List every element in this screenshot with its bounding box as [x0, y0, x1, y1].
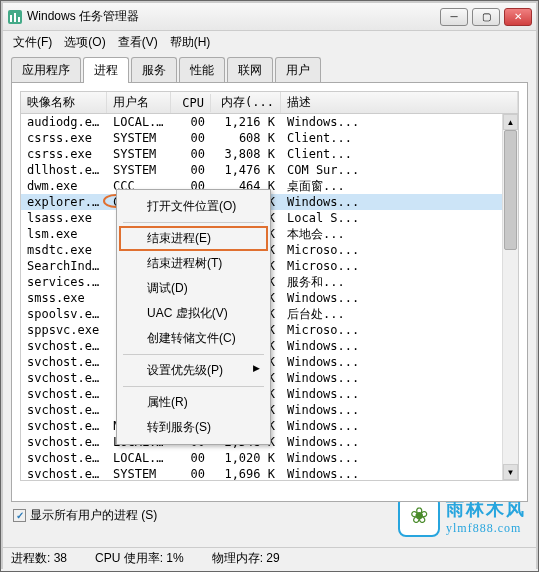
cell-image: svchost.exe [21, 355, 107, 369]
menu-options[interactable]: 选项(O) [58, 32, 111, 53]
cell-user: SYSTEM [107, 163, 171, 177]
cell-user: LOCAL... [107, 115, 171, 129]
cell-desc: Windows... [281, 339, 518, 353]
col-cpu[interactable]: CPU [171, 94, 211, 112]
tab-processes[interactable]: 进程 [83, 57, 129, 83]
cell-mem: 1,216 K [211, 115, 281, 129]
tab-applications[interactable]: 应用程序 [11, 57, 81, 83]
cell-user: SYSTEM [107, 147, 171, 161]
maximize-button[interactable]: ▢ [472, 8, 500, 26]
cm-end-tree[interactable]: 结束进程树(T) [119, 251, 268, 276]
window-title: Windows 任务管理器 [27, 8, 440, 25]
cell-mem: 3,808 K [211, 147, 281, 161]
scrollbar[interactable]: ▲ ▼ [502, 114, 518, 480]
cell-desc: Windows... [281, 419, 518, 433]
cell-desc: Windows... [281, 355, 518, 369]
tab-users[interactable]: 用户 [275, 57, 321, 83]
cell-image: lsass.exe [21, 211, 107, 225]
cell-user: SYSTEM [107, 131, 171, 145]
tab-performance[interactable]: 性能 [179, 57, 225, 83]
tabbar: 应用程序 进程 服务 性能 联网 用户 [3, 53, 536, 83]
cell-image: SearchInd... [21, 259, 107, 273]
titlebar[interactable]: Windows 任务管理器 ─ ▢ ✕ [3, 3, 536, 31]
cell-mem: 1,476 K [211, 163, 281, 177]
cm-set-priority[interactable]: 设置优先级(P)▶ [119, 358, 268, 383]
cm-go-to-service[interactable]: 转到服务(S) [119, 415, 268, 440]
cell-image: svchost.exe [21, 435, 107, 449]
cell-image: services.... [21, 275, 107, 289]
context-menu: 打开文件位置(O) 结束进程(E) 结束进程树(T) 调试(D) UAC 虚拟化… [116, 189, 271, 445]
cell-desc: Microso... [281, 323, 518, 337]
checkbox-icon[interactable]: ✓ [13, 509, 26, 522]
cell-image: spoolsv.exe [21, 307, 107, 321]
col-user[interactable]: 用户名 [107, 92, 171, 113]
close-button[interactable]: ✕ [504, 8, 532, 26]
col-mem[interactable]: 内存(... [211, 92, 281, 113]
cell-image: svchost.exe [21, 403, 107, 417]
cell-image: dwm.exe [21, 179, 107, 193]
cell-cpu: 00 [171, 147, 211, 161]
table-row[interactable]: svchost.exeLOCAL...001,020 KWindows... [21, 450, 518, 466]
app-icon [7, 9, 23, 25]
col-desc[interactable]: 描述 [281, 92, 518, 113]
chevron-right-icon: ▶ [253, 363, 260, 373]
cell-desc: 本地会... [281, 226, 518, 243]
cell-desc: Microso... [281, 259, 518, 273]
cell-image: csrss.exe [21, 131, 107, 145]
cell-desc: Windows... [281, 403, 518, 417]
menu-view[interactable]: 查看(V) [112, 32, 164, 53]
cm-separator [123, 222, 264, 223]
task-manager-window: Windows 任务管理器 ─ ▢ ✕ 文件(F) 选项(O) 查看(V) 帮助… [0, 0, 539, 572]
cell-image: svchost.exe [21, 451, 107, 465]
cell-desc: COM Sur... [281, 163, 518, 177]
cm-uac[interactable]: UAC 虚拟化(V) [119, 301, 268, 326]
cell-image: svchost.exe [21, 419, 107, 433]
cell-desc: Windows... [281, 115, 518, 129]
cm-create-dump[interactable]: 创建转储文件(C) [119, 326, 268, 351]
cm-separator [123, 354, 264, 355]
menu-file[interactable]: 文件(F) [7, 32, 58, 53]
cell-image: svchost.exe [21, 387, 107, 401]
cell-image: svchost.exe [21, 467, 107, 480]
table-row[interactable]: dllhost.exeSYSTEM001,476 KCOM Sur... [21, 162, 518, 178]
cm-properties[interactable]: 属性(R) [119, 390, 268, 415]
table-row[interactable]: audiodg.exeLOCAL...001,216 KWindows... [21, 114, 518, 130]
col-image[interactable]: 映像名称 [21, 92, 107, 113]
cell-image: svchost.exe [21, 371, 107, 385]
cell-image: explorer.exe [21, 195, 107, 209]
cell-image: lsm.exe [21, 227, 107, 241]
status-mem: 物理内存: 29 [212, 550, 280, 567]
cell-mem: 1,696 K [211, 467, 281, 480]
cell-image: csrss.exe [21, 147, 107, 161]
cell-image: sppsvc.exe [21, 323, 107, 337]
cell-cpu: 00 [171, 131, 211, 145]
cell-user: SYSTEM [107, 467, 171, 480]
scroll-up-icon[interactable]: ▲ [503, 114, 518, 130]
status-processes: 进程数: 38 [11, 550, 67, 567]
tab-network[interactable]: 联网 [227, 57, 273, 83]
menu-help[interactable]: 帮助(H) [164, 32, 217, 53]
svg-rect-1 [10, 15, 12, 22]
cm-end-process[interactable]: 结束进程(E) [119, 226, 268, 251]
cell-desc: Windows... [281, 195, 518, 209]
menubar: 文件(F) 选项(O) 查看(V) 帮助(H) [3, 31, 536, 53]
tab-services[interactable]: 服务 [131, 57, 177, 83]
cell-image: msdtc.exe [21, 243, 107, 257]
cell-desc: 服务和... [281, 274, 518, 291]
cm-debug[interactable]: 调试(D) [119, 276, 268, 301]
cell-desc: Windows... [281, 435, 518, 449]
minimize-button[interactable]: ─ [440, 8, 468, 26]
scroll-thumb[interactable] [504, 130, 517, 250]
cell-mem: 1,020 K [211, 451, 281, 465]
status-cpu: CPU 使用率: 1% [95, 550, 184, 567]
cm-open-location[interactable]: 打开文件位置(O) [119, 194, 268, 219]
cell-desc: Client... [281, 131, 518, 145]
table-row[interactable]: svchost.exeSYSTEM001,696 KWindows... [21, 466, 518, 480]
logo-url: ylmf888.com [446, 521, 526, 536]
scroll-down-icon[interactable]: ▼ [503, 464, 518, 480]
table-row[interactable]: csrss.exeSYSTEM003,808 KClient... [21, 146, 518, 162]
table-row[interactable]: csrss.exeSYSTEM00608 KClient... [21, 130, 518, 146]
cell-cpu: 00 [171, 115, 211, 129]
cell-desc: Windows... [281, 387, 518, 401]
cell-image: audiodg.exe [21, 115, 107, 129]
